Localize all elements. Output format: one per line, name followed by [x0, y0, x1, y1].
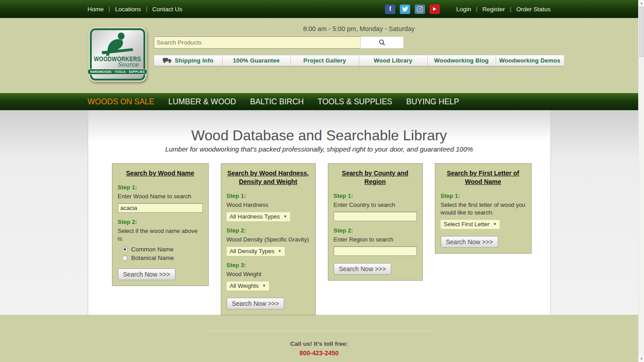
- selected-value: All Weights: [230, 282, 259, 289]
- tab-label: Shipping Info: [175, 57, 214, 64]
- common-name-radio[interactable]: Common Name: [122, 246, 203, 253]
- separator: |: [476, 6, 477, 12]
- selected-value: Select First Letter: [444, 221, 490, 228]
- tab-project-gallery[interactable]: Project Gallery: [291, 55, 359, 66]
- tab-label: Woodworking Blog: [434, 57, 488, 64]
- nav-baltic-birch[interactable]: BALTIC BIRCH: [250, 97, 304, 107]
- tab-label: Woodworking Demos: [499, 57, 560, 64]
- footer-phone-link[interactable]: 800-423-2450: [0, 349, 638, 357]
- page-title: Wood Database and Searchable Library: [88, 110, 550, 144]
- search-now-button[interactable]: Search Now >>>: [118, 268, 176, 280]
- box-heading: Search by First Letter of Wood Name: [441, 169, 526, 186]
- scroll-up-arrow-icon[interactable]: [639, 0, 644, 6]
- step-text: Enter Wood Name to search: [118, 192, 203, 200]
- woodworkers-source-logo[interactable]: WOODWORKERS Source HARDWOODS · TOOLS · S…: [89, 27, 147, 82]
- youtube-icon[interactable]: [429, 4, 440, 14]
- step-label: Step 3:: [227, 262, 310, 268]
- top-link-contact-us[interactable]: Contact Us: [152, 6, 183, 13]
- register-link[interactable]: Register: [483, 6, 505, 13]
- first-letter-select[interactable]: Select First Letter: [441, 220, 500, 229]
- radio-icon: [122, 246, 128, 252]
- header-tab-bar: Shipping Info 100% Guarantee Project Gal…: [154, 55, 564, 66]
- radio-icon: [122, 255, 128, 261]
- radio-label: Botanical Name: [131, 255, 174, 261]
- step-text: Enter Region to search: [334, 236, 417, 243]
- selected-value: All Hardness Types: [230, 213, 280, 220]
- logo-name: WOODWORKERS: [94, 56, 141, 62]
- product-search: [154, 36, 564, 49]
- step-text: Select if the wood name above is:: [118, 227, 203, 242]
- scroll-down-arrow-icon[interactable]: [639, 356, 644, 362]
- step-label: Step 1:: [118, 184, 203, 191]
- social-icons: f: [385, 4, 444, 14]
- chevron-down-icon: [283, 215, 287, 219]
- top-link-home[interactable]: Home: [88, 6, 104, 13]
- instagram-icon[interactable]: [415, 4, 425, 14]
- chevron-down-icon: [493, 222, 496, 226]
- tab-label: Project Gallery: [304, 57, 346, 64]
- truck-icon: [163, 58, 172, 63]
- search-input[interactable]: [154, 36, 360, 49]
- step-text: Wood Density (Specific Gravity): [227, 236, 310, 243]
- nav-woods-on-sale[interactable]: WOODS ON SALE: [88, 97, 155, 107]
- scrollbar-thumb[interactable]: [639, 7, 644, 57]
- store-hours: 8:00 am - 5:00 pm, Monday - Saturday: [154, 18, 564, 32]
- step-label: Step 2:: [334, 227, 417, 234]
- separator: |: [146, 6, 147, 12]
- order-status-link[interactable]: Order Status: [516, 6, 551, 13]
- search-by-hardness-box: Search by Wood Hardness, Density and Wei…: [221, 163, 316, 315]
- step-label: Step 1:: [334, 192, 417, 199]
- step-text: Wood Weight: [227, 270, 310, 278]
- wood-name-input[interactable]: [118, 203, 203, 213]
- search-now-button[interactable]: Search Now >>>: [227, 298, 285, 309]
- vertical-scrollbar[interactable]: [638, 0, 644, 362]
- tab-shipping-info[interactable]: Shipping Info: [154, 55, 223, 66]
- radio-label: Common Name: [131, 246, 174, 253]
- search-now-button[interactable]: Search Now >>>: [441, 236, 499, 248]
- login-link[interactable]: Login: [456, 6, 471, 13]
- content-area: Wood Database and Searchable Library Lum…: [0, 110, 638, 315]
- search-by-first-letter-box: Search by First Letter of Wood Name Step…: [435, 163, 532, 254]
- page-subtitle: Lumber for woodworking that's packed pro…: [88, 145, 550, 153]
- footer-divider: [205, 331, 434, 331]
- footer: Call us! It's toll free: 800-423-2450: [0, 315, 638, 362]
- logo-tagline: HARDWOODS · TOOLS · SUPPLIES: [87, 69, 147, 75]
- step-label: Step 2:: [227, 227, 310, 234]
- tab-woodworking-demos[interactable]: Woodworking Demos: [496, 55, 564, 66]
- density-select[interactable]: All Density Types: [227, 247, 285, 256]
- tab-woodworking-blog[interactable]: Woodworking Blog: [428, 55, 496, 66]
- search-button[interactable]: [360, 36, 404, 49]
- botanical-name-radio[interactable]: Botanical Name: [122, 255, 203, 261]
- weight-select[interactable]: All Weights: [227, 282, 269, 290]
- selected-value: All Density Types: [230, 248, 274, 255]
- nav-lumber-wood[interactable]: LUMBER & WOOD: [168, 97, 236, 107]
- top-bar: Home | Locations | Contact Us f Login: [0, 0, 638, 18]
- country-input[interactable]: [334, 212, 417, 221]
- separator: |: [510, 6, 511, 12]
- top-link-locations[interactable]: Locations: [115, 6, 141, 13]
- footer-call-text: Call us! It's toll free:: [0, 340, 638, 347]
- twitter-icon[interactable]: [400, 4, 410, 14]
- search-now-button[interactable]: Search Now >>>: [334, 263, 392, 275]
- box-heading: Search by Wood Hardness, Density and Wei…: [227, 169, 310, 186]
- main-nav: WOODS ON SALE LUMBER & WOOD BALTIC BIRCH…: [0, 93, 638, 110]
- tab-label: 100% Guarantee: [233, 57, 280, 64]
- separator: |: [109, 6, 110, 12]
- step-text: Enter Country to search: [334, 201, 417, 209]
- logo-frame: WOODWORKERS Source HARDWOODS · TOOLS · S…: [90, 28, 145, 80]
- step-label: Step 1:: [227, 192, 310, 199]
- chevron-down-icon: [262, 284, 266, 288]
- tab-guarantee[interactable]: 100% Guarantee: [223, 55, 291, 66]
- step-text: Wood Hardness: [227, 201, 310, 209]
- region-input[interactable]: [334, 246, 417, 256]
- woodworker-silhouette-icon: [98, 31, 136, 57]
- site-header: WOODWORKERS Source HARDWOODS · TOOLS · S…: [0, 18, 638, 93]
- nav-buying-help[interactable]: BUYING HELP: [406, 97, 459, 107]
- search-boxes: Search by Wood Name Step 1: Enter Wood N…: [88, 163, 550, 315]
- hardness-select[interactable]: All Hardness Types: [227, 212, 291, 221]
- tab-label: Wood Library: [374, 57, 412, 64]
- page: Home | Locations | Contact Us f Login: [0, 0, 638, 362]
- nav-tools-supplies[interactable]: TOOLS & SUPPLIES: [318, 97, 392, 107]
- tab-wood-library[interactable]: Wood Library: [359, 55, 428, 66]
- facebook-icon[interactable]: f: [385, 4, 395, 14]
